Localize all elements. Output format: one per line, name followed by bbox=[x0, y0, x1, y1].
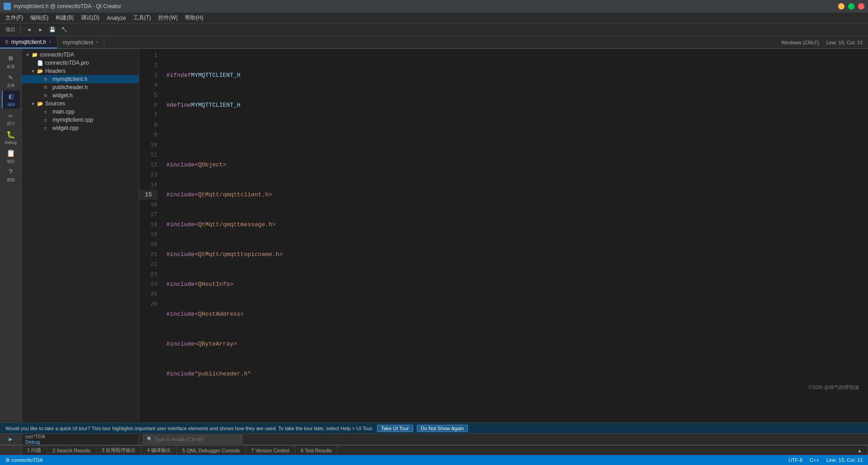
tree-item-widget-cpp[interactable]: c widget.cpp bbox=[22, 124, 139, 132]
bottom-toolbar: ▶ con*TDA Debug 🔍 bbox=[0, 434, 868, 445]
status-language[interactable]: C++ bbox=[808, 457, 821, 463]
bottom-tab-version-control[interactable]: 7 Version Control bbox=[246, 446, 295, 455]
watermark: CSDN @帅气的胖纸编 bbox=[809, 384, 859, 391]
menu-edit[interactable]: 编辑(E) bbox=[27, 13, 52, 23]
sidebar-item-debug[interactable]: 🐛 Debug bbox=[2, 128, 20, 147]
minimize-button[interactable] bbox=[838, 3, 844, 9]
code-editor[interactable]: #ifndef MYMQTTCLIENT_H #define MYMQTTCLI… bbox=[163, 49, 868, 422]
menu-tools[interactable]: 工具(T) bbox=[130, 13, 155, 23]
toolbar-build[interactable]: 🔨 bbox=[59, 25, 69, 35]
tab-close-1[interactable]: × bbox=[49, 39, 52, 44]
menu-analyze[interactable]: Analyze bbox=[103, 14, 130, 22]
debug-icon: 🐛 bbox=[6, 130, 15, 139]
tree-item-publicheader-h[interactable]: h publicheader.h bbox=[22, 83, 139, 91]
status-branch[interactable]: ⚙ connectIoTDA bbox=[4, 457, 45, 463]
menu-help[interactable]: 帮助(H) bbox=[181, 13, 207, 23]
menu-build[interactable]: 构建(B) bbox=[52, 13, 77, 23]
project-label: 项目 bbox=[4, 26, 17, 33]
code-line-2: #define MYMQTTCLIENT_H bbox=[166, 100, 868, 110]
tree-item-mymqttclient-h-label: mymqttclient.h bbox=[52, 76, 87, 82]
sidebar-item-help[interactable]: ? 帮助 bbox=[2, 166, 20, 185]
tree-item-mymqttclient-h[interactable]: h mymqttclient.h bbox=[22, 75, 139, 83]
bottom-tab-compile-output[interactable]: 4 编译输出 bbox=[142, 446, 177, 455]
dont-show-button[interactable]: Do Not Show Again bbox=[417, 425, 468, 432]
menu-file[interactable]: 文件(F) bbox=[2, 13, 27, 23]
debug-label: Debug bbox=[25, 439, 135, 445]
icon-sidebar: ⊞ 欢迎 ✎ 文本 ◧ 编辑 ✏ 设计 🐛 Debug 📋 项目 ? 帮助 bbox=[0, 49, 22, 422]
tab-icon-h: h bbox=[5, 39, 9, 45]
projects-label: 项目 bbox=[7, 159, 15, 165]
maximize-button[interactable] bbox=[848, 3, 854, 9]
menu-bar: 文件(F) 编辑(E) 构建(B) 调试(D) Analyze 工具(T) 控件… bbox=[0, 13, 868, 24]
search-icon: 🔍 bbox=[147, 437, 152, 442]
tab-label-2: mymqttclient bbox=[63, 39, 93, 46]
window-title: mymqttclient.h @ connectIoTDA - Qt Creat… bbox=[14, 3, 838, 9]
tab-close-2[interactable]: × bbox=[96, 40, 99, 45]
text-label: 文本 bbox=[7, 83, 15, 89]
bottom-left-icons: ▶ bbox=[0, 434, 22, 445]
tab-mymqttclient[interactable]: mymqttclient × bbox=[57, 36, 104, 48]
help-label: 帮助 bbox=[7, 177, 15, 183]
title-bar: mymqttclient.h @ connectIoTDA - Qt Creat… bbox=[0, 0, 868, 13]
bottom-tab-app-output[interactable]: 3 应用程序输出 bbox=[96, 446, 142, 455]
main-cpp-icon: c bbox=[44, 109, 51, 114]
code-line-10: #include <QByteArray> bbox=[166, 339, 868, 349]
tree-item-sources[interactable]: ▼ 📂 Sources bbox=[22, 100, 139, 108]
window-controls bbox=[838, 3, 864, 9]
status-line-col: Line: 15, Col: 13 bbox=[825, 457, 864, 463]
bottom-tab-qml-debugger[interactable]: 5 QML Debugger Console bbox=[177, 446, 245, 455]
bottom-tab-arrow[interactable]: ▲ bbox=[852, 446, 868, 455]
sidebar-item-welcome[interactable]: ⊞ 欢迎 bbox=[2, 52, 20, 71]
sidebar-item-projects[interactable]: 📋 项目 bbox=[2, 147, 20, 166]
tree-item-widget-h[interactable]: h widget.h bbox=[22, 91, 139, 100]
code-line-6: #include <QtMqtt/qmqttmessage.h> bbox=[166, 220, 868, 230]
line-numbers: 12345 678910 11121314 15 1617181920 2122… bbox=[139, 49, 163, 422]
con-tda-label: con*TDA bbox=[25, 434, 135, 439]
code-line-7: #include <QtMqtt/qmqtttopicname.h> bbox=[166, 250, 868, 260]
tree-item-widget-cpp-label: widget.cpp bbox=[52, 125, 78, 131]
take-tour-button[interactable]: Take UI Tour bbox=[377, 425, 413, 432]
sidebar-item-edit[interactable]: ◧ 编辑 bbox=[2, 90, 20, 109]
code-line-1: #ifndef MYMQTTCLIENT_H bbox=[166, 71, 868, 81]
root-arrow: ▼ bbox=[25, 52, 30, 57]
help-icon: ? bbox=[9, 168, 13, 176]
bottom-tab-search-results[interactable]: 2 Search Results bbox=[47, 446, 96, 455]
status-encoding[interactable]: UTF-8 bbox=[787, 457, 804, 463]
projects-icon: 📋 bbox=[6, 149, 15, 158]
tree-root[interactable]: ▼ 📁 connectIoTDA bbox=[22, 51, 139, 59]
bottom-tab-problems[interactable]: 1 问题 bbox=[22, 446, 47, 455]
bottom-tabs: 1 问题 2 Search Results 3 应用程序输出 4 编译输出 5 … bbox=[0, 445, 868, 455]
root-icon: 📁 bbox=[32, 52, 38, 58]
encoding-status: Windows (CRLF) bbox=[781, 40, 819, 45]
toolbar-nav-back[interactable]: ◀ bbox=[24, 25, 34, 35]
sidebar-item-text[interactable]: ✎ 文本 bbox=[2, 71, 20, 90]
sidebar-item-design[interactable]: ✏ 设计 bbox=[2, 109, 20, 128]
welcome-icon: ⊞ bbox=[9, 54, 13, 63]
search-input[interactable] bbox=[154, 437, 231, 442]
tree-item-mymqttclient-cpp[interactable]: c mymqttclient.cpp bbox=[22, 116, 139, 124]
tree-item-main-cpp[interactable]: c main.cpp bbox=[22, 108, 139, 116]
tab-mymqttclient-h[interactable]: h mymqttclient.h × bbox=[0, 36, 57, 48]
bottom-search-area: 🔍 bbox=[139, 434, 868, 445]
close-button[interactable] bbox=[858, 3, 864, 9]
pro-icon: 📄 bbox=[37, 60, 43, 66]
tree-item-publicheader-label: publicheader.h bbox=[52, 84, 88, 90]
menu-debug[interactable]: 调试(D) bbox=[77, 13, 103, 23]
bottom-tab-test-results[interactable]: 8 Test Results bbox=[295, 446, 338, 455]
sources-arrow: ▼ bbox=[31, 101, 35, 106]
tree-item-pro[interactable]: 📄 connectIoTDA.pro bbox=[22, 59, 139, 67]
editor-area[interactable]: 12345 678910 11121314 15 1617181920 2122… bbox=[139, 49, 868, 422]
code-line-9: #include <QHostAddress> bbox=[166, 309, 868, 319]
run-button[interactable]: ▶ bbox=[6, 434, 16, 444]
mymqttclient-h-icon: h bbox=[44, 76, 51, 82]
tree-item-main-cpp-label: main.cpp bbox=[52, 109, 75, 115]
tab-bar: h mymqttclient.h × mymqttclient × Window… bbox=[0, 36, 868, 49]
tree-item-mymqttclient-cpp-label: mymqttclient.cpp bbox=[52, 117, 93, 123]
toolbar-save[interactable]: 💾 bbox=[47, 25, 57, 35]
widget-cpp-icon: c bbox=[44, 125, 51, 131]
menu-controls[interactable]: 控件(W) bbox=[155, 13, 181, 23]
tree-item-headers[interactable]: ▼ 📂 Headers bbox=[22, 67, 139, 75]
search-results-label: 2 Search Results bbox=[52, 448, 90, 453]
search-locate-bar[interactable]: 🔍 bbox=[143, 435, 242, 444]
toolbar-nav-fwd[interactable]: ▶ bbox=[36, 25, 46, 35]
